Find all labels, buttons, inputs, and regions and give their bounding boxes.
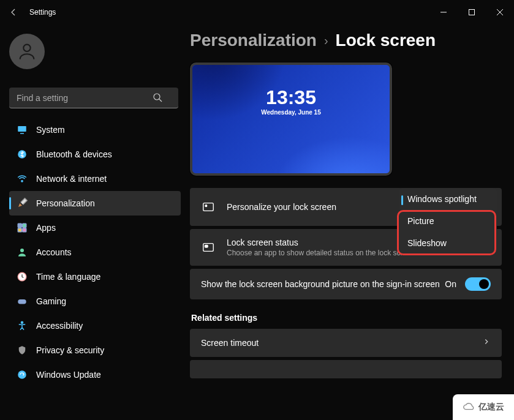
svg-line-6 bbox=[159, 99, 162, 102]
sidebar: SystemBluetooth & devicesNetwork & inter… bbox=[0, 24, 184, 420]
maximize-button[interactable] bbox=[458, 2, 486, 22]
dropdown-option-picture[interactable]: Picture bbox=[399, 210, 497, 232]
svg-rect-12 bbox=[23, 223, 26, 227]
sidebar-item-apps[interactable]: Apps bbox=[9, 216, 181, 240]
watermark: 亿速云 bbox=[453, 394, 514, 420]
svg-point-10 bbox=[21, 181, 23, 182]
app-title: Settings bbox=[29, 8, 56, 17]
lock-screen-type-dropdown[interactable]: Windows spotlight Picture Slideshow bbox=[399, 188, 497, 254]
svg-point-19 bbox=[25, 302, 26, 303]
svg-point-20 bbox=[21, 321, 23, 323]
personalize-lock-screen-card[interactable]: Personalize your lock screen Windows spo… bbox=[190, 188, 502, 226]
related-settings-heading: Related settings bbox=[191, 313, 502, 323]
svg-rect-7 bbox=[18, 126, 26, 132]
person-icon bbox=[17, 247, 28, 258]
shield-icon bbox=[17, 345, 28, 356]
svg-point-23 bbox=[205, 205, 207, 207]
svg-point-15 bbox=[20, 249, 24, 252]
sidebar-item-personalization[interactable]: Personalization bbox=[9, 191, 181, 216]
gamepad-icon bbox=[17, 296, 28, 307]
sidebar-item-label: Accounts bbox=[36, 247, 72, 257]
extra-card[interactable] bbox=[190, 360, 502, 378]
dropdown-option-spotlight[interactable]: Windows spotlight bbox=[399, 188, 497, 210]
svg-rect-25 bbox=[205, 245, 208, 247]
sidebar-item-label: Windows Update bbox=[36, 370, 101, 380]
brush-icon bbox=[17, 198, 28, 209]
main-content: Personalization › Lock screen 13:35 Wedn… bbox=[184, 24, 514, 420]
close-icon bbox=[497, 9, 503, 15]
user-avatar[interactable] bbox=[9, 34, 45, 69]
sidebar-item-accounts[interactable]: Accounts bbox=[9, 240, 181, 264]
chevron-right-icon: › bbox=[324, 34, 328, 48]
cloud-icon bbox=[463, 400, 476, 414]
sidebar-item-gaming[interactable]: Gaming bbox=[9, 289, 181, 313]
card-title: Show the lock screen background picture … bbox=[201, 279, 445, 289]
sidebar-item-label: Time & language bbox=[36, 272, 100, 282]
breadcrumb: Personalization › Lock screen bbox=[190, 31, 502, 50]
person-icon bbox=[17, 41, 37, 62]
sidebar-item-system[interactable]: System bbox=[9, 118, 181, 142]
clock-icon bbox=[17, 271, 28, 282]
sidebar-item-label: Accessibility bbox=[36, 321, 83, 331]
minimize-icon bbox=[440, 9, 447, 15]
signin-background-toggle[interactable] bbox=[465, 277, 491, 291]
chevron-right-icon bbox=[482, 337, 491, 348]
svg-point-5 bbox=[154, 94, 160, 100]
svg-point-4 bbox=[23, 45, 30, 51]
status-icon bbox=[201, 240, 216, 255]
sidebar-item-network-internet[interactable]: Network & internet bbox=[9, 167, 181, 191]
svg-point-21 bbox=[18, 370, 26, 379]
search-icon[interactable] bbox=[153, 92, 162, 105]
search-box bbox=[9, 88, 175, 108]
svg-rect-22 bbox=[203, 203, 214, 211]
sidebar-item-label: System bbox=[36, 125, 65, 135]
sidebar-item-windows-update[interactable]: Windows Update bbox=[9, 362, 181, 387]
svg-rect-13 bbox=[18, 228, 21, 232]
signin-background-card: Show the lock screen background picture … bbox=[190, 269, 502, 299]
sidebar-item-accessibility[interactable]: Accessibility bbox=[9, 313, 181, 338]
wifi-icon bbox=[17, 173, 28, 184]
window-controls bbox=[429, 2, 514, 22]
sidebar-item-label: Network & internet bbox=[36, 174, 107, 184]
svg-rect-1 bbox=[469, 10, 475, 15]
sidebar-item-privacy-security[interactable]: Privacy & security bbox=[9, 338, 181, 362]
monitor-icon bbox=[17, 124, 28, 135]
svg-rect-14 bbox=[23, 228, 26, 232]
close-button[interactable] bbox=[486, 2, 514, 22]
breadcrumb-parent[interactable]: Personalization bbox=[190, 31, 317, 50]
picture-icon bbox=[201, 200, 216, 214]
preview-wallpaper bbox=[192, 65, 390, 173]
minimize-button[interactable] bbox=[429, 2, 458, 22]
screen-timeout-card[interactable]: Screen timeout bbox=[190, 329, 502, 357]
lock-screen-preview[interactable]: 13:35 Wednesday, June 15 bbox=[190, 62, 392, 176]
breadcrumb-current: Lock screen bbox=[336, 31, 436, 50]
title-bar: Settings bbox=[0, 0, 514, 24]
preview-time: 13:35 bbox=[192, 86, 390, 109]
sidebar-item-label: Personalization bbox=[36, 198, 95, 208]
card-title: Screen timeout bbox=[201, 338, 482, 348]
toggle-label: On bbox=[445, 279, 456, 289]
arrow-left-icon bbox=[9, 7, 18, 17]
sidebar-item-label: Bluetooth & devices bbox=[36, 149, 112, 159]
back-button[interactable] bbox=[6, 5, 21, 20]
apps-icon bbox=[17, 222, 28, 233]
dropdown-option-slideshow[interactable]: Slideshow bbox=[399, 232, 497, 254]
svg-rect-11 bbox=[18, 223, 21, 227]
sidebar-item-label: Apps bbox=[36, 223, 56, 233]
preview-date: Wednesday, June 15 bbox=[192, 109, 390, 116]
sidebar-item-bluetooth-devices[interactable]: Bluetooth & devices bbox=[9, 142, 181, 167]
sidebar-nav: SystemBluetooth & devicesNetwork & inter… bbox=[9, 118, 175, 387]
sidebar-item-label: Privacy & security bbox=[36, 345, 104, 355]
maximize-icon bbox=[469, 9, 475, 15]
bluetooth-icon bbox=[17, 149, 28, 160]
update-icon bbox=[17, 369, 28, 380]
sidebar-item-time-language[interactable]: Time & language bbox=[9, 264, 181, 289]
sidebar-item-label: Gaming bbox=[36, 296, 66, 306]
accessibility-icon bbox=[17, 320, 28, 331]
